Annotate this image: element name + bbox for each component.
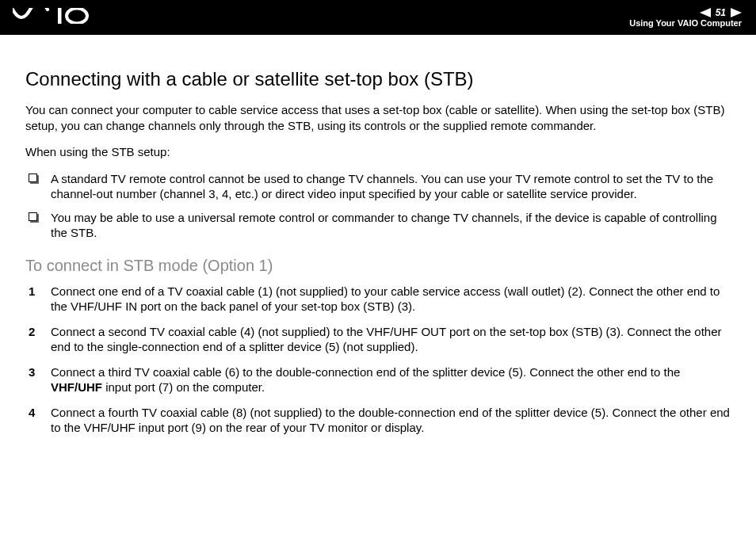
intro-paragraph: You can connect your computer to cable s… (25, 102, 731, 133)
step-text: Connect a third TV coaxial cable (6) to … (51, 365, 680, 379)
svg-marker-3 (731, 8, 742, 17)
list-item: 1 Connect one end of a TV coaxial cable … (25, 284, 731, 315)
header-right: 51 Using Your VAIO Computer (629, 8, 742, 28)
step-text: Connect one end of a TV coaxial cable (1… (51, 284, 720, 314)
svg-rect-0 (58, 8, 62, 24)
vaio-logo (13, 8, 89, 27)
when-using-line: When using the STB setup: (25, 144, 731, 160)
list-item: You may be able to use a universal remot… (25, 210, 731, 241)
page-content: Connecting with a cable or satellite set… (0, 35, 756, 471)
svg-point-1 (67, 9, 87, 24)
next-page-icon[interactable] (731, 8, 742, 17)
step-number: 3 (29, 364, 35, 380)
list-item: 2 Connect a second TV coaxial cable (4) … (25, 324, 731, 355)
step-number: 4 (29, 405, 35, 421)
note-text: A standard TV remote control cannot be u… (51, 172, 713, 201)
square-bullet-icon (29, 174, 37, 182)
steps-list: 1 Connect one end of a TV coaxial cable … (25, 284, 731, 436)
prev-page-icon[interactable] (700, 8, 711, 17)
step-text: Connect a fourth TV coaxial cable (8) (n… (51, 406, 730, 435)
page-number: 51 (712, 8, 729, 17)
step-number: 1 (29, 284, 35, 299)
square-bullet-icon (29, 212, 37, 221)
svg-marker-2 (700, 8, 711, 17)
step-text: Connect a second TV coaxial cable (4) (n… (51, 325, 722, 354)
header-bar: 51 Using Your VAIO Computer (0, 0, 756, 35)
notes-list: A standard TV remote control cannot be u… (25, 171, 731, 241)
list-item: A standard TV remote control cannot be u… (25, 171, 731, 202)
step-text: input port (7) on the computer. (102, 380, 265, 394)
sub-heading: To connect in STB mode (Option 1) (25, 255, 731, 276)
page-title: Connecting with a cable or satellite set… (25, 67, 731, 91)
step-number: 2 (29, 324, 35, 340)
page-nav: 51 (700, 8, 742, 17)
note-text: You may be able to use a universal remot… (51, 211, 716, 240)
section-label: Using Your VAIO Computer (629, 19, 742, 28)
list-item: 4 Connect a fourth TV coaxial cable (8) … (25, 405, 731, 436)
step-text-bold: VHF/UHF (51, 380, 102, 394)
list-item: 3 Connect a third TV coaxial cable (6) t… (25, 364, 731, 395)
